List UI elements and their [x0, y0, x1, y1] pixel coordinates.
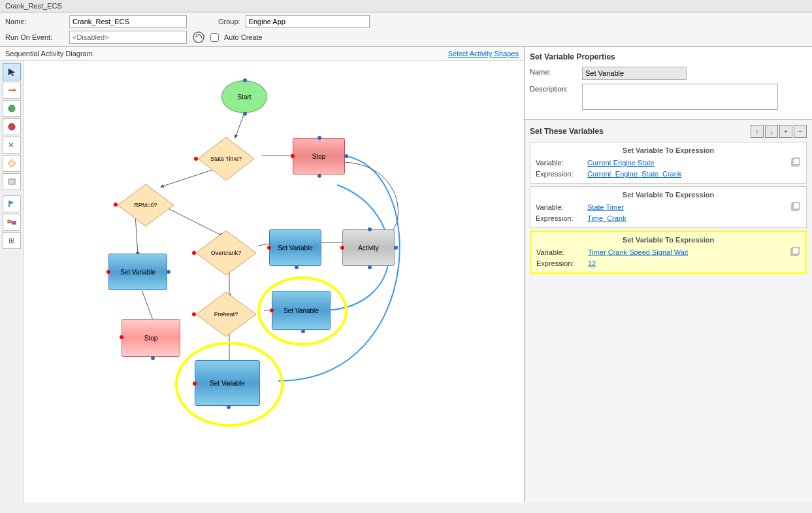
name-input[interactable]: [69, 15, 187, 28]
node-start[interactable]: Start: [221, 80, 267, 113]
var-expression-value-1[interactable]: Time_Crank: [587, 214, 626, 222]
var-variable-label-2: Variable:: [536, 248, 585, 256]
props-desc-textarea[interactable]: [582, 84, 778, 110]
svg-rect-33: [793, 203, 800, 209]
right-panel: Set Variable Properties Name: Descriptio…: [525, 47, 812, 503]
var-expression-value-0[interactable]: Current_Engine_State_Crank: [587, 170, 681, 178]
props-row-desc: Description:: [530, 84, 807, 110]
var-variable-value-2[interactable]: Timer Crank Speed Signal Wait: [588, 248, 688, 256]
var-row-variable-1: Variable: State Timer: [536, 201, 801, 213]
tool-circle-red[interactable]: [3, 118, 21, 135]
node-setvar3[interactable]: Set Variable: [195, 360, 260, 406]
var-copy-btn-0[interactable]: [790, 157, 801, 169]
node-setvar-left[interactable]: Set Variable: [108, 254, 167, 290]
node-setvar1-label: Set Variable: [278, 244, 313, 252]
var-row-expression-0: Expression: Current_Engine_State_Crank: [536, 170, 801, 178]
var-variable-value-1[interactable]: State Timer: [587, 203, 624, 211]
run-on-event-label: Run On Event:: [5, 33, 64, 41]
set-these-vars: Set These Variables ↑ ↓ + − Set Variable…: [525, 120, 812, 503]
tool-diamond[interactable]: [3, 155, 21, 172]
diagram-title: Sequential Activity Diagram: [5, 50, 93, 58]
node-setvar2-label: Set Variable: [284, 307, 319, 314]
node-setvar1[interactable]: Set Variable: [269, 229, 321, 266]
svg-line-25: [141, 288, 154, 323]
tool-circle[interactable]: [3, 100, 21, 117]
svg-rect-35: [792, 248, 799, 254]
name-label: Name:: [5, 18, 64, 25]
node-activity[interactable]: Activity: [342, 229, 395, 266]
node-stop1-label: Stop: [312, 153, 326, 160]
arrows-svg: [24, 61, 524, 503]
diagram-panel: Sequential Activity Diagram Select Activ…: [0, 47, 525, 503]
select-shapes-link[interactable]: Select Activity Shapes: [448, 50, 519, 58]
var-row-variable-0: Variable: Current Engine State: [536, 157, 801, 169]
node-preheat-label: Preheat?: [195, 291, 257, 338]
tool-connect[interactable]: [3, 214, 21, 231]
svg-marker-10: [9, 201, 14, 205]
var-expression-label-1: Expression:: [536, 214, 585, 222]
var-variable-label-1: Variable:: [536, 203, 585, 211]
vars-add-btn[interactable]: +: [779, 125, 792, 138]
form-area: Name: Group: Run On Event: Auto Create: [0, 12, 812, 47]
svg-rect-31: [793, 158, 800, 165]
run-on-event-input[interactable]: [69, 31, 187, 44]
var-entry-2[interactable]: Set Variable To Expression Variable: Tim…: [530, 231, 807, 274]
var-row-variable-2: Variable: Timer Crank Speed Signal Wait: [536, 246, 800, 258]
var-expression-value-2[interactable]: 12: [588, 259, 596, 267]
tool-expand[interactable]: ✕: [3, 137, 21, 154]
auto-create-label: Auto Create: [224, 33, 263, 41]
props-desc-label: Description:: [530, 84, 582, 93]
props-row-name: Name:: [530, 67, 807, 80]
vars-up-btn[interactable]: ↑: [751, 125, 764, 138]
svg-rect-11: [8, 220, 11, 223]
svg-text:✕: ✕: [8, 141, 14, 150]
var-copy-btn-1[interactable]: [790, 201, 801, 213]
var-entry-1[interactable]: Set Variable To Expression Variable: Sta…: [530, 186, 807, 228]
node-rpm-label: RPM=0?: [116, 183, 175, 227]
tool-flag[interactable]: [3, 195, 21, 212]
set-these-vars-header: Set These Variables ↑ ↓ + −: [530, 125, 807, 138]
node-preheat[interactable]: Preheat?: [195, 291, 257, 338]
svg-marker-3: [14, 88, 16, 92]
set-these-vars-title: Set These Variables: [530, 127, 604, 136]
var-row-expression-1: Expression: Time_Crank: [536, 214, 801, 222]
node-stop1[interactable]: Stop: [293, 138, 345, 174]
node-setvar2[interactable]: Set Variable: [272, 291, 331, 330]
node-setvar3-label: Set Variable: [210, 380, 245, 387]
vars-remove-btn[interactable]: −: [794, 125, 807, 138]
node-activity-label: Activity: [358, 244, 379, 252]
toolbar: ✕ ⊞: [0, 61, 24, 503]
tool-misc[interactable]: ⊞: [3, 232, 21, 249]
diagram-body: ✕ ⊞: [0, 61, 524, 503]
svg-point-5: [8, 124, 15, 130]
node-overcrank[interactable]: Overcrank?: [195, 229, 257, 276]
var-entry-title-1: Set Variable To Expression: [536, 191, 801, 199]
var-variable-value-0[interactable]: Current Engine State: [587, 159, 655, 167]
group-label: Group:: [218, 18, 240, 25]
props-name-label: Name:: [530, 67, 582, 76]
node-rpm[interactable]: RPM=0?: [116, 183, 175, 227]
tool-select[interactable]: [3, 63, 21, 80]
tool-arrow[interactable]: [3, 82, 21, 99]
vars-down-btn[interactable]: ↓: [765, 125, 778, 138]
node-stop-left[interactable]: Stop: [122, 319, 180, 357]
var-expression-label-0: Expression:: [536, 170, 585, 178]
var-copy-btn-2[interactable]: [790, 246, 800, 258]
canvas[interactable]: Start State Time? Stop: [24, 61, 524, 503]
node-setvar-left-label: Set Variable: [120, 269, 155, 276]
var-variable-label-0: Variable:: [536, 159, 585, 167]
sync-icon[interactable]: [192, 31, 205, 44]
group-input[interactable]: [246, 15, 370, 28]
var-expression-label-2: Expression:: [536, 259, 585, 267]
props-name-input[interactable]: [582, 67, 687, 80]
var-entry-0[interactable]: Set Variable To Expression Variable: Cur…: [530, 142, 807, 184]
main-area: Sequential Activity Diagram Select Activ…: [0, 47, 812, 503]
auto-create-checkbox[interactable]: [210, 33, 219, 42]
node-state-time[interactable]: State Time?: [197, 136, 255, 182]
var-entries-container: Set Variable To Expression Variable: Cur…: [530, 142, 807, 274]
tool-rect[interactable]: [3, 173, 21, 190]
svg-marker-1: [201, 36, 203, 39]
diagram-header: Sequential Activity Diagram Select Activ…: [0, 47, 524, 61]
svg-rect-12: [12, 222, 16, 224]
node-state-time-label: State Time?: [197, 136, 255, 182]
